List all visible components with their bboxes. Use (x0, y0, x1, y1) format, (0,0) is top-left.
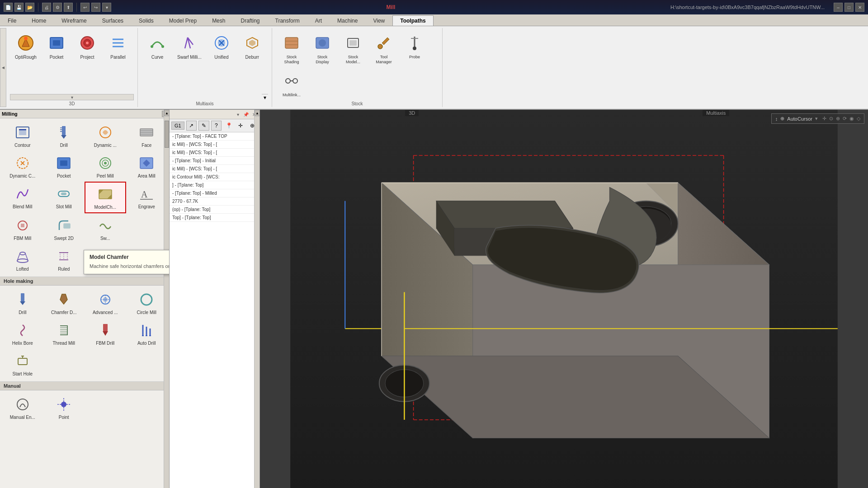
svg-rect-50 (64, 224, 70, 228)
scroll-up-btn[interactable]: ▲ (164, 110, 170, 116)
area-mill-tool[interactable]: Area Mill (126, 151, 168, 182)
ribbon-scroll-left[interactable]: ◄ (0, 28, 6, 107)
tab-wireframe[interactable]: Wireframe (54, 15, 94, 26)
minimize-btn[interactable]: – (834, 3, 843, 12)
location-btn[interactable]: 📍 (223, 121, 234, 131)
tp-item-6[interactable]: ] - [Tplane: Top] (170, 181, 259, 189)
tab-transform[interactable]: Transform (268, 15, 307, 26)
stock-shading-btn[interactable]: StockShading (277, 30, 307, 67)
tab-mesh[interactable]: Mesh (204, 15, 233, 26)
dynamic-tool[interactable]: Dynamic ... (85, 120, 126, 151)
group-3d-label: 3D (69, 100, 75, 106)
fbm-drill-tool[interactable]: FBM Drill (85, 318, 126, 349)
tab-model-prep[interactable]: Model Prep (161, 15, 204, 26)
tp-item-7[interactable]: - [Tplane: Top] - Milled (170, 189, 259, 197)
tp-item-4[interactable]: ic Mill) - [WCS: Top] - [ (170, 165, 259, 173)
face-tool[interactable]: Face (126, 120, 168, 151)
stock-display-btn[interactable]: StockDisplay (307, 30, 337, 67)
swept2d-tool[interactable]: Swept 2D (43, 213, 85, 244)
dynamic-c-tool[interactable]: Dynamic C... (2, 151, 43, 182)
engrave-tool[interactable]: A Engrave (126, 182, 168, 213)
curve-btn[interactable]: Curve (142, 30, 172, 62)
pocket-tool-milling[interactable]: Pocket (43, 151, 85, 182)
pocket-btn[interactable]: Pocket (42, 30, 71, 62)
tab-drafting[interactable]: Drafting (233, 15, 267, 26)
history-icon[interactable]: ▾ (102, 3, 111, 12)
contour-tool[interactable]: Contour (2, 120, 43, 151)
chamfer-d-tool[interactable]: Chamfer D... (43, 287, 85, 318)
multilink-btn[interactable]: Multilink... (277, 68, 307, 100)
swarf-mill-btn[interactable]: Swarf Milli... (173, 30, 206, 62)
tp-item-1[interactable]: ic Mill) - [WCS: Top] - [ (170, 141, 259, 149)
redo-icon[interactable]: ↪ (91, 3, 100, 12)
tab-machine[interactable]: Machine (330, 15, 365, 26)
drill-hm-tool[interactable]: Drill (2, 287, 43, 318)
ribbon-group-stock: StockShading StockDisplay StockModel... … (272, 28, 443, 107)
tool-manager-btn[interactable]: ToolManager (369, 30, 399, 67)
auto-drill-tool[interactable]: Auto Drill (126, 318, 168, 349)
tab-file[interactable]: File (0, 15, 24, 26)
model-chamfer-tool[interactable]: ModelCh... (85, 182, 126, 213)
new-file-icon[interactable]: 📄 (4, 3, 13, 12)
manual-en-tool[interactable]: Manual En... (2, 392, 43, 423)
ribbon-scroll-down[interactable]: ▾ (10, 94, 134, 100)
peel-mill-tool[interactable]: Peel Mill (85, 151, 126, 182)
ops-panel-scrollbar[interactable]: ▲ ▼ (254, 110, 259, 488)
tp-item-8[interactable]: 2770 - 67.7K (170, 197, 259, 206)
tab-solids[interactable]: Solids (131, 15, 161, 26)
probe-btn[interactable]: Probe (400, 30, 429, 62)
fbm-mill-tool[interactable]: FBM Mill (2, 213, 43, 244)
pencil-btn[interactable]: ✎ (198, 121, 209, 131)
stock-model-btn[interactable]: StockModel... (338, 30, 368, 67)
start-hole-tool[interactable]: Start Hole (2, 349, 43, 380)
close-btn[interactable]: ✕ (855, 3, 864, 12)
tab-toolpaths[interactable]: Toolpaths (392, 15, 433, 26)
deburr-btn[interactable]: Deburr (237, 30, 267, 62)
advanced-tool[interactable]: Advanced ... (85, 287, 126, 318)
tp-item-5[interactable]: ic Contour Mill) - [WCS: (170, 173, 259, 181)
slot-mill-tool[interactable]: Slot Mill (43, 182, 85, 213)
contour-icon (14, 123, 32, 141)
tp-item-3[interactable]: - [Tplane: Top] - Initial (170, 157, 259, 165)
ops-scroll-up[interactable]: ▲ (255, 110, 260, 116)
helix-bore-tool[interactable]: Helix Bore (2, 318, 43, 349)
lofted-tool[interactable]: Lofted (2, 244, 43, 275)
parallel-btn[interactable]: Parallel (103, 30, 133, 62)
point-tool[interactable]: Point (43, 392, 85, 423)
g1-btn[interactable]: G1 (171, 122, 184, 130)
slot-mill-icon (55, 185, 73, 203)
ruled-tool[interactable]: Ruled (43, 244, 85, 275)
multiaxis-scroll-arrow[interactable]: ▾ (262, 94, 268, 100)
save-icon[interactable]: 💾 (14, 3, 24, 12)
tp-item-10[interactable]: Top] - [Tplane: Top] (170, 214, 259, 222)
open-icon[interactable]: 📂 (25, 3, 34, 12)
milling-panel-scrollbar[interactable]: ▲ ▼ (164, 110, 169, 488)
project-btn[interactable]: Project (72, 30, 102, 62)
tab-surfaces[interactable]: Surfaces (94, 15, 131, 26)
panel-dropdown-btn[interactable]: ▾ (234, 111, 241, 118)
drill-tool[interactable]: Drill (43, 120, 85, 151)
tp-item-9[interactable]: (op) - [Tplane: Top] (170, 206, 259, 214)
print-icon[interactable]: 🖨 (42, 3, 51, 12)
move-btn[interactable]: ✛ (235, 121, 246, 131)
unified-btn[interactable]: Unified (207, 30, 236, 62)
blend-mill-tool[interactable]: Blend Mill (2, 182, 43, 213)
circle-mill-tool[interactable]: Circle Mill (126, 287, 168, 318)
tab-view[interactable]: View (365, 15, 392, 26)
tp-item-2[interactable]: ic Mill) - [WCS: Top] - [ (170, 149, 259, 157)
arrow-btn[interactable]: ↗ (186, 121, 197, 131)
export-icon[interactable]: ⬆ (64, 3, 73, 12)
maximize-btn[interactable]: □ (844, 3, 854, 12)
hole-making-grid: Drill Chamfer D... Advanced ... Circle M… (0, 286, 169, 381)
tab-home[interactable]: Home (24, 15, 54, 26)
undo-icon[interactable]: ↩ (80, 3, 90, 12)
optirought-btn[interactable]: OptiRough (11, 30, 41, 62)
sw-tool[interactable]: Sw... (85, 213, 126, 244)
tab-art[interactable]: Art (307, 15, 330, 26)
tp-item-0[interactable]: - [Tplane: Top] - FACE TOP (170, 132, 259, 141)
scroll-thumb[interactable] (165, 121, 169, 148)
thread-mill-tool[interactable]: Thread Mill (43, 318, 85, 349)
help-btn[interactable]: ? (211, 121, 222, 131)
settings-icon[interactable]: ⚙ (53, 3, 62, 12)
panel-pin-btn[interactable]: 📌 (242, 111, 250, 118)
